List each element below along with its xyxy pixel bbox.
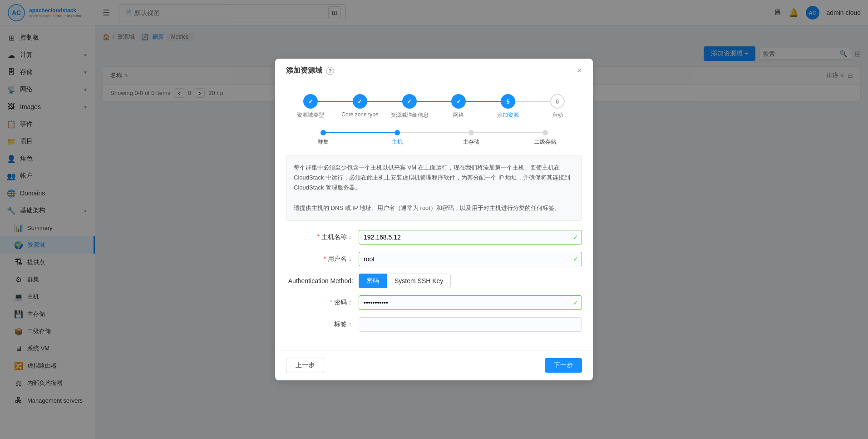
info-text-2: 请提供主机的 DNS 或 IP 地址、用户名（通常为 root）和密码，以及用于… [294,203,574,213]
step-label-5: 添加资源 [497,111,519,119]
username-group: * 用户名： ✓ [286,252,582,266]
step-zone-type: ✓ 资源域类型 [286,94,335,119]
step-label-1: 资源域类型 [297,111,324,119]
back-button[interactable]: 上一步 [286,358,324,373]
tags-wrapper [359,317,582,332]
main-stepper: ✓ 资源域类型 ✓ Core zone type ✓ 资源域详细信息 [286,94,582,119]
auth-toggle: 密码 System SSH Key [359,274,451,288]
tags-group: 标签： [286,317,582,332]
tags-input[interactable] [359,317,582,332]
password-group: * 密码： ✓ [286,295,582,310]
step-zone-detail: ✓ 资源域详细信息 [385,94,434,119]
modal-header: 添加资源域 ? × [275,59,593,83]
hostname-group: * 主机名称： ✓ [286,230,582,244]
sub-step-dot-2 [395,130,400,135]
step-label-3: 资源域详细信息 [390,111,429,119]
modal-title: 添加资源域 ? [286,66,334,75]
step-network: ✓ 网络 [434,94,483,119]
add-zone-modal: 添加资源域 ? × ✓ 资源域类型 ✓ Core zone type [275,59,593,380]
info-box: 每个群集中必须至少包含一个主机以供来宾 VM 在上面运行，现在我们将添加第一个主… [286,155,582,220]
auth-password-button[interactable]: 密码 [359,274,387,288]
step-launch: 6 启动 [533,94,582,119]
sub-step-dot-4 [542,130,548,135]
modal-close-button[interactable]: × [577,66,582,75]
hostname-label: * 主机名称： [286,233,359,241]
modal-overlay: 添加资源域 ? × ✓ 资源域类型 ✓ Core zone type [0,0,868,439]
sub-stepper: 群集 主机 主存储 二级存储 [286,130,582,146]
sub-step-secondary-storage: 二级存储 [508,130,582,146]
host-form: * 主机名称： ✓ * 用户名： ✓ [286,230,582,332]
step-label-4: 网络 [453,111,464,119]
modal-footer: 上一步 下一步 [275,350,593,380]
sub-step-primary-storage: 主存储 [434,130,508,146]
tags-label: 标签： [286,320,359,329]
step-circle-4: ✓ [451,94,466,109]
password-input[interactable] [359,295,582,310]
step-add-resource: 5 添加资源 [483,94,533,119]
password-label: * 密码： [286,299,359,307]
step-circle-3: ✓ [402,94,417,109]
step-label-6: 启动 [552,111,563,119]
password-wrapper: ✓ [359,295,582,310]
sub-step-dot-1 [321,130,326,135]
username-wrapper: ✓ [359,252,582,266]
hostname-input[interactable] [359,230,582,244]
step-circle-2: ✓ [353,94,367,109]
info-text-1: 每个群集中必须至少包含一个主机以供来宾 VM 在上面运行，现在我们将添加第一个主… [294,163,574,193]
auth-method-label: Authentication Method: [286,277,359,284]
step-circle-1: ✓ [303,94,318,109]
sub-step-host: 主机 [360,130,434,146]
step-circle-6: 6 [550,94,565,109]
hostname-valid-icon: ✓ [573,234,578,241]
hostname-wrapper: ✓ [359,230,582,244]
sub-step-label-2: 主机 [392,138,403,146]
sub-step-label-4: 二级存储 [534,138,556,146]
username-input[interactable] [359,252,582,266]
username-label: * 用户名： [286,255,359,263]
password-valid-icon: ✓ [573,299,578,306]
modal-body: ✓ 资源域类型 ✓ Core zone type ✓ 资源域详细信息 [275,83,593,349]
username-valid-icon: ✓ [573,255,578,263]
auth-method-group: Authentication Method: 密码 System SSH Key [286,274,582,288]
sub-step-label-3: 主存储 [463,138,479,146]
sub-step-cluster: 群集 [286,130,360,146]
next-button[interactable]: 下一步 [545,358,582,373]
help-icon[interactable]: ? [326,67,334,75]
sub-step-label-1: 群集 [318,138,329,146]
auth-ssh-button[interactable]: System SSH Key [387,274,451,288]
sub-step-dot-3 [469,130,474,135]
step-label-2: Core zone type [341,111,378,118]
step-circle-5: 5 [501,94,515,109]
step-core-zone: ✓ Core zone type [335,94,385,118]
